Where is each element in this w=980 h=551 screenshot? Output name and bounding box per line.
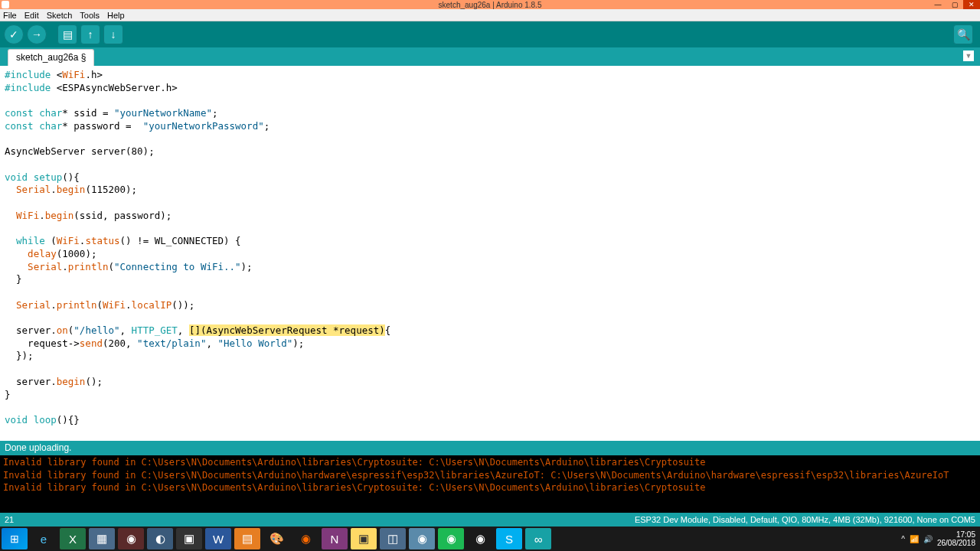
menu-sketch[interactable]: Sketch [47, 11, 73, 20]
taskbar-onenote-icon[interactable]: N [322, 528, 348, 549]
taskbar-pycharm-icon[interactable]: ▣ [176, 528, 202, 549]
system-tray[interactable]: ^ 📶 🔊 17:05 26/08/2018 [901, 530, 975, 547]
status-message: Done uploading. [5, 442, 71, 453]
menu-edit[interactable]: Edit [24, 11, 39, 20]
taskbar-firefox-icon[interactable]: ◉ [292, 528, 318, 549]
tray-chevron-icon[interactable]: ^ [901, 535, 905, 543]
new-button[interactable]: ▤ [57, 24, 77, 44]
bottom-bar: 21 ESP32 Dev Module, Disabled, Default, … [0, 513, 980, 527]
taskbar-app3-icon[interactable]: ◐ [147, 528, 173, 549]
menu-bar: File Edit Sketch Tools Help [0, 9, 980, 21]
verify-button[interactable]: ✓ [4, 24, 24, 44]
code-editor[interactable]: #include <WiFi.h> #include <ESPAsyncWebS… [0, 66, 980, 441]
console-output: Invalid library found in C:\Users\N\Docu… [0, 455, 980, 513]
taskbar-chrome-icon[interactable]: ◉ [467, 528, 493, 549]
taskbar-spotify-icon[interactable]: ◉ [438, 528, 464, 549]
taskbar-app6-icon[interactable]: ◉ [409, 528, 435, 549]
taskbar-word-icon[interactable]: W [205, 528, 231, 549]
save-button[interactable]: ↓ [103, 24, 123, 44]
menu-help[interactable]: Help [107, 11, 125, 20]
taskbar-paint-icon[interactable]: 🎨 [263, 528, 289, 549]
taskbar-ie-icon[interactable]: e [31, 528, 57, 549]
tab-bar: sketch_aug26a § ▼ [0, 47, 980, 66]
taskbar-app5-icon[interactable]: ◫ [380, 528, 406, 549]
upload-button[interactable]: → [27, 24, 47, 44]
taskbar-explorer-icon[interactable]: ▣ [351, 528, 377, 549]
status-bar: Done uploading. [0, 441, 980, 455]
serial-monitor-button[interactable]: 🔍 [953, 24, 973, 44]
taskbar-excel-icon[interactable]: X [60, 528, 86, 549]
start-button[interactable]: ⊞ [2, 528, 28, 549]
app-icon [2, 1, 9, 8]
taskbar-app2-icon[interactable]: ◉ [118, 528, 144, 549]
toolbar: ✓ → ▤ ↑ ↓ 🔍 [0, 21, 980, 47]
menu-tools[interactable]: Tools [80, 11, 100, 20]
taskbar-skype-icon[interactable]: S [496, 528, 522, 549]
sketch-tab[interactable]: sketch_aug26a § [8, 49, 94, 66]
windows-taskbar: ⊞ e X ▦ ◉ ◐ ▣ W ▤ 🎨 ◉ N ▣ ◫ ◉ ◉ ◉ S ∞ ^ … [0, 527, 980, 551]
close-button[interactable]: ✕ [963, 0, 980, 9]
minimize-button[interactable]: — [929, 0, 946, 9]
tray-volume-icon[interactable]: 🔊 [923, 535, 933, 543]
taskbar-arduino-icon[interactable]: ∞ [525, 528, 551, 549]
taskbar-app1-icon[interactable]: ▦ [89, 528, 115, 549]
line-number: 21 [5, 515, 14, 524]
taskbar-app4-icon[interactable]: ▤ [234, 528, 260, 549]
menu-file[interactable]: File [3, 11, 17, 20]
open-button[interactable]: ↑ [80, 24, 100, 44]
board-info: ESP32 Dev Module, Disabled, Default, QIO… [635, 515, 975, 524]
tray-wifi-icon[interactable]: 📶 [910, 535, 919, 543]
window-title: sketch_aug26a | Arduino 1.8.5 [439, 1, 542, 9]
maximize-button[interactable]: ▢ [946, 0, 963, 9]
window-titlebar: sketch_aug26a | Arduino 1.8.5 — ▢ ✕ [0, 0, 980, 9]
tray-clock[interactable]: 17:05 26/08/2018 [937, 530, 975, 547]
tab-menu-button[interactable]: ▼ [963, 51, 974, 61]
